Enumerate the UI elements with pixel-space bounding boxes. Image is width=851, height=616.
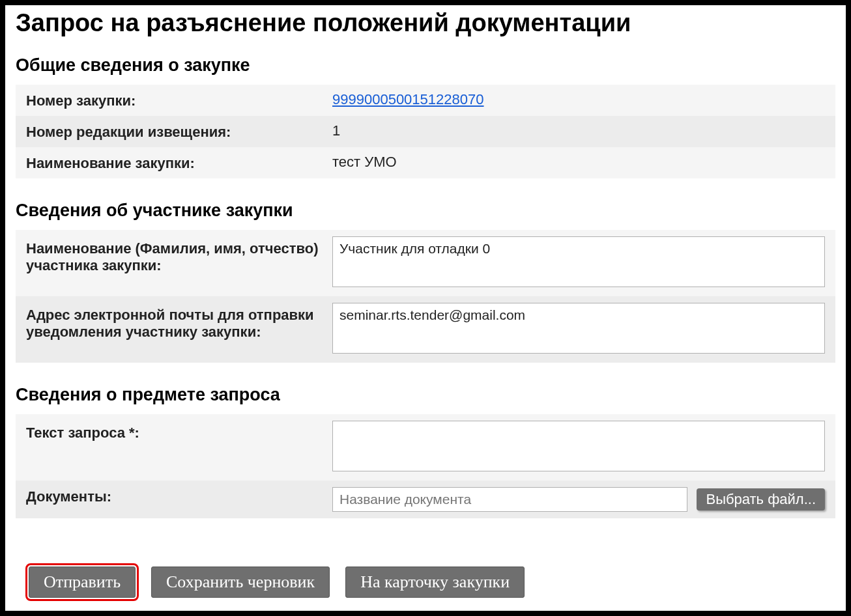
row-documents: Документы: Выбрать файл... bbox=[16, 481, 835, 518]
label-purchase-name: Наименование закупки: bbox=[26, 154, 332, 172]
page-title: Запрос на разъяснение положений документ… bbox=[16, 9, 835, 37]
label-participant-email: Адрес электронной почты для отправки уве… bbox=[26, 303, 332, 341]
value-notice-revision: 1 bbox=[332, 122, 825, 139]
row-participant-email: Адрес электронной почты для отправки уве… bbox=[16, 296, 835, 363]
participant-name-input[interactable] bbox=[332, 236, 825, 287]
section-participant-title: Сведения об участнике закупки bbox=[16, 201, 835, 221]
participant-email-input[interactable] bbox=[332, 303, 825, 354]
label-purchase-number: Номер закупки: bbox=[26, 91, 332, 109]
label-participant-name: Наименование (Фамилия, имя, отчество) уч… bbox=[26, 236, 332, 274]
section-request-title: Сведения о предмете запроса bbox=[16, 385, 835, 405]
select-file-button[interactable]: Выбрать файл... bbox=[697, 488, 825, 511]
label-notice-revision: Номер редакции извещения: bbox=[26, 122, 332, 141]
row-participant-name: Наименование (Фамилия, имя, отчество) уч… bbox=[16, 230, 835, 296]
row-request-text: Текст запроса *: bbox=[16, 414, 835, 481]
save-draft-button[interactable]: Сохранить черновик bbox=[151, 567, 330, 598]
section-general-title: Общие сведения о закупке bbox=[16, 55, 835, 76]
row-purchase-name: Наименование закупки: тест УМО bbox=[16, 147, 835, 178]
section-request: Сведения о предмете запроса Текст запрос… bbox=[16, 385, 835, 518]
section-participant: Сведения об участнике закупки Наименован… bbox=[16, 201, 835, 363]
row-notice-revision: Номер редакции извещения: 1 bbox=[16, 116, 835, 147]
action-bar: Отправить Сохранить черновик На карточку… bbox=[29, 567, 525, 598]
label-request-text: Текст запроса *: bbox=[26, 421, 332, 441]
label-documents: Документы: bbox=[26, 487, 332, 505]
submit-button[interactable]: Отправить bbox=[29, 567, 136, 598]
value-purchase-name: тест УМО bbox=[332, 154, 825, 171]
link-purchase-number[interactable]: 9999000500151228070 bbox=[332, 91, 483, 107]
row-purchase-number: Номер закупки: 9999000500151228070 bbox=[16, 85, 835, 116]
to-purchase-card-button[interactable]: На карточку закупки bbox=[345, 567, 525, 598]
request-text-input[interactable] bbox=[332, 421, 825, 471]
section-general: Общие сведения о закупке Номер закупки: … bbox=[16, 55, 835, 178]
document-name-input[interactable] bbox=[332, 487, 687, 512]
